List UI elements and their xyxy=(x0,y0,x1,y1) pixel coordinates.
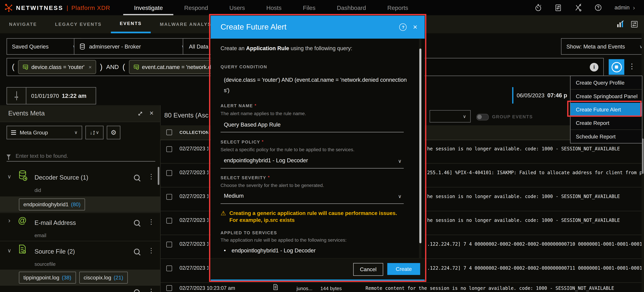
source-file-icon xyxy=(18,244,27,255)
tab-events[interactable]: EVENTS xyxy=(111,15,151,33)
row-date: 02/27/2023 1 xyxy=(180,170,208,175)
search-icon[interactable] xyxy=(134,249,140,254)
row-checkbox[interactable] xyxy=(166,194,172,200)
row-checkbox[interactable] xyxy=(166,146,172,152)
tools-icon[interactable] xyxy=(574,4,582,12)
cancel-button[interactable]: Cancel xyxy=(353,263,383,276)
row-message[interactable]: .122.224.72] 7 4 00000002-0002-0002-0002… xyxy=(427,242,644,247)
row-checkbox[interactable] xyxy=(166,218,172,223)
menu-create-future-alert[interactable]: Create Future Alert xyxy=(570,103,642,116)
user-name: admin xyxy=(614,5,630,11)
kebab-icon[interactable]: ⋮ xyxy=(148,246,154,254)
nav-respond[interactable]: Respond xyxy=(174,0,219,15)
column-collection-time[interactable]: COLLECTION TI xyxy=(180,130,208,135)
meta-filter-input[interactable] xyxy=(15,152,140,159)
group-events-toggle[interactable] xyxy=(476,114,489,120)
meta-settings-button[interactable]: ⚙ xyxy=(107,126,120,139)
console-settings-icon[interactable] xyxy=(554,4,562,11)
policy-select[interactable]: endpointloghybrid1 - Log Decoder xyxy=(224,157,308,164)
row-checkbox[interactable] xyxy=(166,170,172,176)
search-icon[interactable] xyxy=(134,220,140,225)
saved-queries-select[interactable]: Saved Queries ∨ xyxy=(6,38,81,55)
query-pill-device-class[interactable]: device.class = 'router' × xyxy=(18,60,96,74)
row-summary: Remote content for the session is no lon… xyxy=(366,286,614,291)
severity-select[interactable]: Medium xyxy=(224,193,244,199)
query-submit-button[interactable] xyxy=(608,59,624,75)
nav-users[interactable]: Users xyxy=(219,0,256,15)
gear-icon: ⚙ xyxy=(111,129,116,137)
sort-order-button[interactable]: ↓ AZ ∨ xyxy=(85,126,104,139)
row-message[interactable]: he session is no longer available. code:… xyxy=(427,194,620,199)
menu-schedule-report[interactable]: Schedule Report xyxy=(570,129,642,143)
menu-create-springboard-panel[interactable]: Create Springboard Panel xyxy=(570,89,642,103)
kebab-icon[interactable]: ⋮ xyxy=(148,173,154,181)
modal-help-icon[interactable]: ? xyxy=(400,24,407,31)
row-checkbox[interactable] xyxy=(166,285,172,291)
row-date: 02/27/2023 1 xyxy=(180,193,208,199)
modal-scrollbar-thumb[interactable] xyxy=(419,49,421,243)
warning-icon: ⚠ xyxy=(220,210,226,223)
chevron-down-icon: ∨ xyxy=(463,114,466,119)
nav-investigate[interactable]: Investigate xyxy=(124,0,174,15)
kebab-icon[interactable]: ⋮ xyxy=(148,218,154,226)
info-icon[interactable]: i xyxy=(590,63,598,71)
expand-panel-icon[interactable] xyxy=(138,111,143,116)
list-icon xyxy=(11,130,16,135)
resize-handle-icon[interactable]: ↔ xyxy=(7,88,26,104)
meta-value-endpointloghybrid1[interactable]: endpointloghybrid1 (80) xyxy=(19,198,85,210)
events-sort-select[interactable]: ∨ xyxy=(430,110,471,122)
column-chart-icon[interactable] xyxy=(616,21,625,28)
tab-legacy-events[interactable]: LEGACY EVENTS xyxy=(46,15,111,33)
service-select[interactable]: adminserver - Broker ∨ xyxy=(74,38,190,55)
select-all-checkbox[interactable] xyxy=(166,129,172,135)
meta-value-tippingpoint[interactable]: tippingpoint.log (38) xyxy=(19,271,76,283)
menu-create-query-profile[interactable]: Create Query Profile xyxy=(570,76,642,89)
nav-dashboard[interactable]: Dashboard xyxy=(326,0,377,15)
page-scrollbar[interactable] xyxy=(642,33,644,292)
brand-suffix: Platform XDR xyxy=(71,4,110,11)
meta-value-ciscopix[interactable]: ciscopix.log (21) xyxy=(79,271,128,283)
remove-pill-icon[interactable]: × xyxy=(88,64,92,70)
netwitness-logo[interactable]: NETWITNESS | Platform XDR xyxy=(4,3,110,12)
collapse-icon[interactable]: ∨ xyxy=(8,247,11,253)
kebab-icon[interactable]: ⋮ xyxy=(148,287,154,292)
search-icon[interactable] xyxy=(134,175,140,180)
user-menu[interactable]: admin › xyxy=(614,4,635,11)
modal-close-icon[interactable]: × xyxy=(413,23,417,31)
meta-group-name[interactable]: Decoder Source (1) xyxy=(34,174,88,181)
menu-create-report[interactable]: Create Report xyxy=(570,116,642,130)
meta-group-name[interactable]: Source File (2) xyxy=(34,248,75,255)
applied-to-services-label: APPLIED TO SERVICES xyxy=(220,230,277,235)
collapse-icon[interactable]: ∨ xyxy=(8,173,11,180)
stopwatch-icon[interactable] xyxy=(534,4,542,12)
alert-name-input[interactable]: Query Based App Rule xyxy=(224,122,281,128)
meta-group-name[interactable]: E-mail Address xyxy=(34,219,76,226)
alert-name-help: The alert name applies to the rule name. xyxy=(220,111,306,116)
search-icon[interactable] xyxy=(134,289,140,292)
query-actions-kebab-icon[interactable]: ⋮ xyxy=(628,62,636,71)
events-preferences-icon[interactable] xyxy=(630,21,638,28)
nav-reports[interactable]: Reports xyxy=(377,0,419,15)
row-checkbox[interactable] xyxy=(166,265,172,271)
row-message[interactable]: 255.1.46] %PIX-4-404101: ISAKMP: Failed … xyxy=(427,170,644,176)
row-message[interactable]: he session is no longer available. code:… xyxy=(427,218,620,223)
scrollbar-thumb[interactable] xyxy=(642,138,644,174)
show-mode-select[interactable]: Show: Meta and Events ∨ xyxy=(561,38,644,55)
row-device-type: junos... xyxy=(296,286,312,291)
row-message[interactable]: he session is no longer available. code:… xyxy=(427,146,620,152)
create-button[interactable]: Create xyxy=(387,263,420,275)
timeline-range-start[interactable]: ↔ 01/01/1970 12:22 am xyxy=(6,87,96,104)
nav-files[interactable]: Files xyxy=(292,0,326,15)
meta-key: sourcefile xyxy=(34,261,56,267)
query-pill-event-cat[interactable]: event.cat.name = 'network.de xyxy=(129,60,219,74)
help-icon[interactable] xyxy=(594,4,602,12)
row-checkbox[interactable] xyxy=(166,242,172,247)
meta-group-select[interactable]: Meta Group ∨ xyxy=(6,126,82,139)
expand-icon[interactable]: › xyxy=(8,217,10,224)
nav-hosts[interactable]: Hosts xyxy=(256,0,292,15)
funnel-icon xyxy=(6,154,10,157)
meta-panel-scrollbar[interactable] xyxy=(158,167,159,185)
row-message[interactable]: .122.224.72] 7 4 00000002-0002-0002-0002… xyxy=(427,265,644,271)
close-panel-icon[interactable]: × xyxy=(150,109,154,117)
tab-navigate[interactable]: NAVIGATE xyxy=(0,15,46,33)
